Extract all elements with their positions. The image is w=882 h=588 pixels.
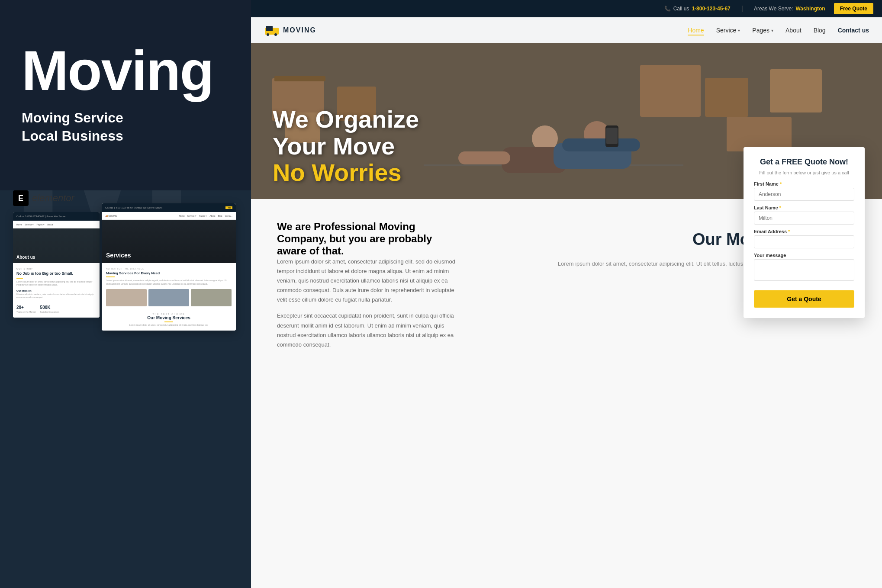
hero-line2: Your Move xyxy=(273,132,395,160)
message-label: Your message xyxy=(754,253,854,258)
required-marker: * xyxy=(780,181,782,186)
mini-site1-header: Call us 1-800-123-45-67 | Areas We Serve… xyxy=(13,212,100,221)
service-block-text: Lorem ipsum dolor sit amet, consectetur … xyxy=(106,279,232,286)
mission-section: Our Mission Ut enim ad minim veniam, qui… xyxy=(16,289,96,299)
message-input[interactable] xyxy=(754,259,854,281)
stat2-label: Satisfied Customers xyxy=(40,311,60,313)
first-name-field: First Name * xyxy=(754,181,854,201)
nav-contact[interactable]: Contact us xyxy=(838,26,869,34)
stat2: 500K Satisfied Customers xyxy=(40,303,60,313)
areas-city: Washington xyxy=(795,6,825,12)
service-img-2 xyxy=(148,289,189,306)
mini-story-title: No Job is too Big or too Small. xyxy=(16,271,96,276)
site2-service-block: NO MATTER THE DISTANCE Moving Services F… xyxy=(106,267,232,286)
main-title: Moving xyxy=(22,45,229,96)
divider-yellow xyxy=(16,278,23,279)
first-name-input[interactable] xyxy=(754,188,854,201)
site2-content: NO MATTER THE DISTANCE Moving Services F… xyxy=(102,263,236,331)
quote-form-subtitle: Fill out the form below or just give us … xyxy=(754,170,854,175)
mini-site1-content: OUR STORY No Job is too Big or too Small… xyxy=(13,263,100,318)
contact-info: 📞 Call us 1-800-123-45-67 xyxy=(664,6,731,12)
mini-site1-hero: About us xyxy=(13,228,100,263)
hero-subtitle: Moving Service Local Business xyxy=(22,109,229,145)
elementor-badge: E elementor xyxy=(13,190,74,206)
mini-site1-hero-text: About us xyxy=(16,255,35,260)
required-marker-3: * xyxy=(788,229,790,234)
nav-service-dropdown[interactable]: Service ▾ xyxy=(716,27,740,34)
nav-about[interactable]: About xyxy=(785,26,802,34)
subtitle-line2: Local Business xyxy=(22,128,123,144)
nav-blog[interactable]: Blog xyxy=(814,26,826,34)
nav-contact-link[interactable]: Contact us xyxy=(838,27,869,34)
free-quote-topbar-button[interactable]: Free Quote xyxy=(834,3,873,14)
nav-service-link[interactable]: Service xyxy=(716,27,737,34)
required-marker-2: * xyxy=(779,205,781,210)
service-block-title: Moving Services For Every Need xyxy=(106,271,232,275)
last-name-input[interactable] xyxy=(754,212,854,225)
nav-home[interactable]: Home xyxy=(688,26,704,34)
our-services-divider xyxy=(164,321,173,322)
mini-site2-topbar: Call us 1-800-123-45-67 | Areas We Serve… xyxy=(105,206,162,209)
professional-para2: Excepteur sint occaecat cupidatat non pr… xyxy=(277,311,459,349)
hero-text: We Organize Your Move No Worries xyxy=(273,106,419,186)
mini-site2-header: Call us 1-800-123-45-67 | Areas We Serve… xyxy=(102,203,236,212)
submit-quote-button[interactable]: Get a Qoute xyxy=(754,290,854,308)
nav-links: Home Service ▾ Pages ▾ About Blog Contac… xyxy=(688,26,869,34)
professional-text-col: We are Professional Moving Company, but … xyxy=(277,221,459,350)
site2-services-title: Services xyxy=(106,252,131,259)
mini-site-1: Call us 1-800-123-45-67 | Areas We Serve… xyxy=(13,212,100,318)
nav-blog-link[interactable]: Blog xyxy=(814,27,826,34)
phone-icon: 📞 xyxy=(664,6,671,12)
nav-home-link[interactable]: Home xyxy=(688,27,704,35)
email-label: Email Address * xyxy=(754,229,854,234)
mini-site2-nav: 🚚 MOVING Home Service ▾ Pages ▾ About Bl… xyxy=(102,212,236,220)
nav-pages-link[interactable]: Pages xyxy=(752,27,769,34)
hero-line1: We Organize xyxy=(273,106,419,133)
phone-number: 1-800-123-45-67 xyxy=(692,6,730,12)
email-field: Email Address * xyxy=(754,229,854,248)
no-matter-label: NO MATTER THE DISTANCE xyxy=(106,267,232,270)
mission-text: Ut enim ad minim veniam, quis nostrud ex… xyxy=(16,293,96,299)
nav-service[interactable]: Service ▾ xyxy=(716,27,740,34)
service-img-3 xyxy=(191,289,232,306)
areas-label: Areas We Serve: xyxy=(754,6,793,12)
our-services-title: Our Moving Services xyxy=(106,315,232,320)
svg-point-3 xyxy=(274,33,277,36)
professional-heading: We are Professional Moving Company, but … xyxy=(277,221,459,257)
nav-pages[interactable]: Pages ▾ xyxy=(752,27,773,34)
free-badge: Free xyxy=(225,206,232,209)
elementor-text: elementor xyxy=(32,193,74,204)
quote-form-title: Get a FREE Quote Now! xyxy=(754,157,854,167)
stat1: 20+ Years on the Market xyxy=(16,303,36,313)
mini-story-label: OUR STORY xyxy=(16,267,96,270)
logo-text: MOVING xyxy=(283,26,316,34)
nav-pages-dropdown[interactable]: Pages ▾ xyxy=(752,27,773,34)
professional-para1: Lorem ipsum dolor sit amet, consectetur … xyxy=(277,257,459,305)
last-name-field: Last Name * xyxy=(754,205,854,225)
stats-row: 20+ Years on the Market 500K Satisfied C… xyxy=(16,303,96,313)
message-field: Your message xyxy=(754,253,854,283)
top-bar: 📞 Call us 1-800-123-45-67 | Areas We Ser… xyxy=(251,0,882,17)
stat1-label: Years on the Market xyxy=(16,311,36,313)
quote-form: Get a FREE Quote Now! Fill out the form … xyxy=(744,147,865,318)
elementor-icon: E xyxy=(13,190,29,206)
site2-services-hero: Services xyxy=(102,220,236,263)
mission-label: Our Mission xyxy=(16,289,96,292)
our-services-section: THE BEST CHOICE Our Moving Services Lore… xyxy=(106,310,232,326)
mini-site1-topbar: Call us 1-800-123-45-67 | Areas We Serve… xyxy=(16,215,66,218)
mini-site1-nav: Home Service ▾ Pages ▾ About xyxy=(13,221,100,228)
hero-line3: No Worries xyxy=(273,159,402,186)
main-nav: MOVING Home Service ▾ Pages ▾ About Blog… xyxy=(251,17,882,43)
email-input[interactable] xyxy=(754,235,854,248)
nav-about-link[interactable]: About xyxy=(785,27,802,34)
logo-icon xyxy=(264,24,280,36)
stat2-value: 500K xyxy=(40,305,51,310)
chevron-down-icon: ▾ xyxy=(738,28,740,33)
stat1-value: 20+ xyxy=(16,305,24,310)
svg-point-2 xyxy=(267,33,269,36)
service-img-1 xyxy=(106,289,147,306)
call-label: Call us xyxy=(673,6,689,12)
chevron-down-icon-2: ▾ xyxy=(771,28,773,33)
mini-site-2: Call us 1-800-123-45-67 | Areas We Serve… xyxy=(102,203,236,331)
areas-info: Areas We Serve: Washington xyxy=(754,6,825,12)
